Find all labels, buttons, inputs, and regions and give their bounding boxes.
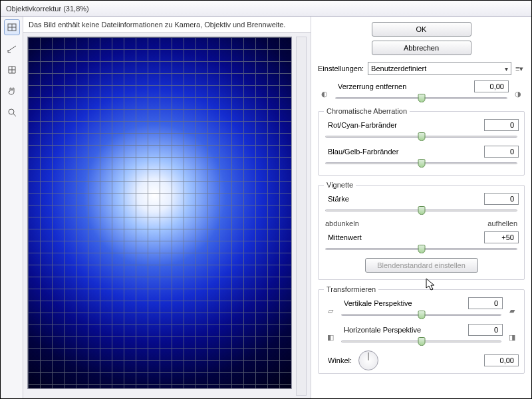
chromatic-aberration-group: Chromatische Aberration Rot/Cyan-Farbrän… <box>318 107 525 176</box>
remove-distortion-value[interactable]: 0,00 <box>474 80 509 92</box>
hpersp-right-icon: ◨ <box>509 333 515 342</box>
settings-row: Einstellungen: Benutzerdefiniert ≡▾ <box>318 62 525 75</box>
red-cyan-value[interactable]: 0 <box>484 119 519 131</box>
vignette-legend: Vignette <box>324 181 356 189</box>
pincushion-icon: ◑ <box>515 90 521 98</box>
angle-dial[interactable] <box>358 350 378 370</box>
vignette-amount-slider[interactable] <box>325 206 517 215</box>
move-grid-tool[interactable] <box>4 62 20 78</box>
remove-distortion-group: Verzerrung entfernen 0,00 <box>334 80 509 103</box>
info-message: Das Bild enthält keine Dateiinformatione… <box>29 21 285 29</box>
settings-value: Benutzerdefiniert <box>371 65 426 72</box>
vignette-amount-value[interactable]: 0 <box>484 193 519 205</box>
vpersp-label: Vertikale Perspektive <box>340 299 468 307</box>
blue-yellow-slider[interactable] <box>325 159 517 168</box>
transform-group: Transformieren ▱ Vertikale Perspektive 0… <box>318 285 525 374</box>
straighten-tool[interactable] <box>4 41 20 57</box>
preview-scrollbar-vertical[interactable] <box>296 37 307 396</box>
vignette-group: Vignette Stärke 0 abdunkeln aufhellen Mi… <box>318 181 525 280</box>
barrel-icon: ◐ <box>321 90 328 98</box>
window-titlebar: Objektivkorrektur (31,8%) <box>1 1 531 17</box>
hpersp-slider[interactable] <box>341 337 501 346</box>
settings-menu-icon[interactable]: ≡▾ <box>515 65 525 73</box>
ok-button[interactable]: OK <box>372 22 471 37</box>
tool-strip <box>1 17 23 399</box>
settings-label: Einstellungen: <box>318 65 364 72</box>
vignette-mid-slider[interactable] <box>325 245 517 254</box>
window-title: Objektivkorrektur (31,8%) <box>6 5 89 13</box>
angle-label: Winkel: <box>328 356 352 364</box>
vignette-reset-button: Blendenstandard einstellen <box>365 258 478 273</box>
vpersp-slider[interactable] <box>341 311 501 320</box>
preview-wrap <box>23 33 311 399</box>
svg-line-4 <box>13 114 16 116</box>
svg-point-3 <box>9 109 14 114</box>
info-bar: Das Bild enthält keine Dateiinformatione… <box>23 17 311 33</box>
angle-value[interactable]: 0,00 <box>484 354 519 366</box>
vpersp-value[interactable]: 0 <box>468 297 503 309</box>
remove-distortion-label: Verzerrung entfernen <box>334 82 474 90</box>
vignette-light-label: aufhellen <box>487 219 517 227</box>
transform-legend: Transformieren <box>324 285 378 293</box>
zoom-tool[interactable] <box>4 104 20 120</box>
center-column: Das Bild enthält keine Dateiinformatione… <box>23 17 311 399</box>
blue-yellow-label: Blau/Gelb-Farbränder <box>324 148 484 156</box>
vignette-mid-value[interactable]: +50 <box>484 231 519 243</box>
chromatic-legend: Chromatische Aberration <box>324 107 410 115</box>
vpersp-right-icon: ▰ <box>509 307 515 315</box>
settings-combo[interactable]: Benutzerdefiniert <box>368 62 511 75</box>
preview-grid-overlay <box>28 37 291 388</box>
hpersp-left-icon: ◧ <box>327 333 334 342</box>
distortion-tool[interactable] <box>4 19 20 35</box>
red-cyan-label: Rot/Cyan-Farbränder <box>324 121 484 129</box>
hpersp-value[interactable]: 0 <box>468 324 503 336</box>
cancel-button[interactable]: Abbrechen <box>372 41 471 55</box>
preview-canvas[interactable] <box>27 37 292 389</box>
main-container: Das Bild enthält keine Dateiinformatione… <box>1 17 531 399</box>
vignette-amount-label: Stärke <box>324 195 484 203</box>
remove-distortion-slider[interactable] <box>335 94 507 103</box>
vignette-mid-label: Mittenwert <box>324 233 484 241</box>
hand-tool[interactable] <box>4 83 20 99</box>
blue-yellow-value[interactable]: 0 <box>484 146 519 158</box>
vpersp-left-icon: ▱ <box>328 307 333 315</box>
hpersp-label: Horizontale Perspektive <box>340 326 468 334</box>
red-cyan-slider[interactable] <box>325 132 517 142</box>
controls-panel: OK Abbrechen Einstellungen: Benutzerdefi… <box>311 17 531 399</box>
vignette-dark-label: abdunkeln <box>325 219 359 227</box>
